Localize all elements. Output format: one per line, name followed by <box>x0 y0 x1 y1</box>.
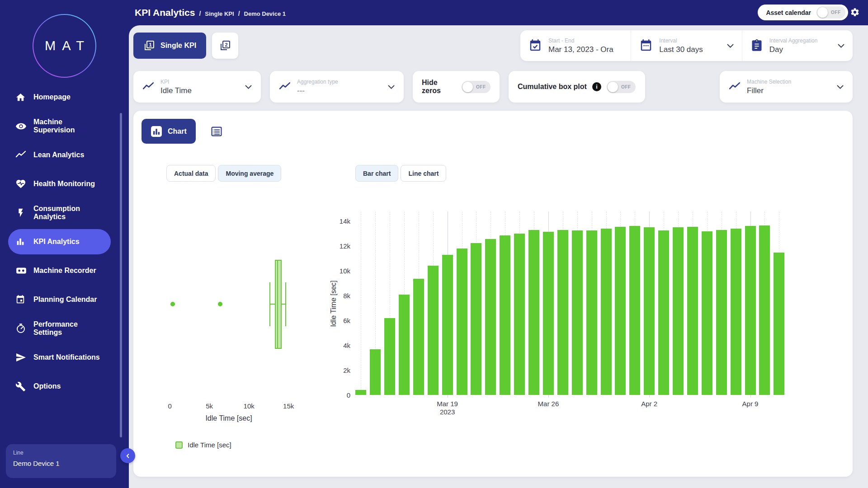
chart-icon <box>151 126 162 137</box>
sidebar-item-consumption-analytics[interactable]: Consumption Analytics <box>8 200 111 225</box>
toggle-state-label: OFF <box>621 84 631 89</box>
hide-zeros-card: Hide zeros OFF <box>413 71 500 103</box>
selected-line-card[interactable]: Line Demo Device 1 <box>6 444 116 478</box>
bar[interactable] <box>745 226 756 395</box>
bar-chart-chip[interactable]: Bar chart <box>355 165 398 182</box>
line-chart-chip[interactable]: Line chart <box>401 165 446 182</box>
sidebar-item-smart-notifications[interactable]: Smart Notifications <box>8 345 111 370</box>
stack-1-icon: 1 <box>143 40 155 52</box>
x-axis-tick-label: Apr 9 <box>742 400 759 408</box>
cumulative-box-plot-toggle[interactable]: OFF <box>607 81 636 93</box>
breadcrumb-single-kpi[interactable]: Single KPI <box>205 10 234 17</box>
bar[interactable] <box>658 230 669 395</box>
toggle-knob <box>462 82 473 92</box>
bar[interactable] <box>687 227 698 395</box>
mode-row: 1 Single KPI 2 Start - End Mar 13, 2023 … <box>133 30 853 61</box>
sidebar-item-lean-analytics[interactable]: Lean Analytics <box>8 142 111 168</box>
interval-aggregation-label: Interval Aggregation <box>769 38 831 44</box>
sidebar-item-machine-supervision[interactable]: Machine Supervision <box>8 113 111 139</box>
x-axis-year-label: 2023 <box>440 408 455 416</box>
kpi-select[interactable]: KPI Idle Time <box>133 71 261 103</box>
bar[interactable] <box>413 279 424 395</box>
machine-selection-select[interactable]: Machine Selection Filler <box>720 71 853 103</box>
chart-panel: Chart Actual data Moving average Bar cha… <box>133 111 853 477</box>
start-end-field[interactable]: Start - End Mar 13, 2023 - Ora <box>520 30 631 61</box>
bar[interactable] <box>673 227 684 395</box>
hide-zeros-label: Hide zeros <box>422 79 456 95</box>
breadcrumb-device[interactable]: Demo Device 1 <box>244 10 286 17</box>
boxplot-box[interactable] <box>275 260 281 349</box>
main-content: 1 Single KPI 2 Start - End Mar 13, 2023 … <box>129 25 868 488</box>
info-icon[interactable]: i <box>592 82 601 91</box>
table-view-button[interactable] <box>210 125 223 138</box>
bar[interactable] <box>514 234 525 395</box>
boxplot-outlier-point[interactable] <box>218 302 222 306</box>
bar[interactable] <box>702 231 712 395</box>
y-axis-tick-label: 14k <box>314 217 350 225</box>
recorder-icon <box>15 265 33 277</box>
asset-calendar-toggle-pill[interactable]: Asset calendar OFF <box>758 5 848 20</box>
multi-kpi-button[interactable]: 2 <box>212 33 238 59</box>
bar[interactable] <box>716 230 727 395</box>
hide-zeros-toggle[interactable]: OFF <box>462 81 491 93</box>
home-icon <box>15 92 33 103</box>
sidebar-item-kpi-analytics[interactable]: KPI Analytics <box>8 229 111 254</box>
sidebar-collapse-button[interactable] <box>120 448 135 463</box>
interval-select[interactable]: Interval Last 30 days <box>631 30 741 61</box>
bar[interactable] <box>557 230 568 395</box>
chevron-left-icon <box>125 453 131 459</box>
chart-legend[interactable]: Idle Time [sec] <box>175 441 231 449</box>
moving-average-chip[interactable]: Moving average <box>218 165 281 182</box>
chart-tab-button[interactable]: Chart <box>142 119 196 144</box>
bar[interactable] <box>615 227 626 395</box>
sidebar-item-machine-recorder[interactable]: Machine Recorder <box>8 258 111 283</box>
breadcrumb-separator: / <box>238 10 240 17</box>
chart-tab-label: Chart <box>168 127 187 136</box>
stack-2-icon: 2 <box>219 40 231 52</box>
sidebar-item-performance-settings[interactable]: Performance Settings <box>8 316 111 341</box>
bar[interactable] <box>355 390 366 395</box>
y-axis-tick-label: 4k <box>314 342 350 349</box>
sidebar-scrollbar[interactable] <box>120 113 122 437</box>
sidebar-item-homepage[interactable]: Homepage <box>8 84 111 110</box>
breadcrumb: KPI Analytics / Single KPI / Demo Device… <box>129 7 286 18</box>
boxplot-x-tick-label: 10k <box>244 402 255 410</box>
bar[interactable] <box>572 230 583 395</box>
bar[interactable] <box>442 255 453 395</box>
boxplot-median <box>277 261 278 348</box>
bar[interactable] <box>644 227 655 395</box>
bar[interactable] <box>500 235 510 395</box>
table-icon <box>210 125 223 138</box>
bar[interactable] <box>428 266 439 395</box>
boxplot-outlier-point[interactable] <box>170 302 175 306</box>
single-kpi-button[interactable]: 1 Single KPI <box>133 33 206 59</box>
chevron-down-icon <box>727 44 734 48</box>
aggregation-type-select[interactable]: Aggregation type --- <box>270 71 404 103</box>
sidebar-item-health-monitoring[interactable]: Health Monitoring <box>8 171 111 197</box>
bar[interactable] <box>601 229 612 395</box>
bar[interactable] <box>399 295 410 395</box>
bar[interactable] <box>731 229 741 395</box>
sidebar-item-options[interactable]: Options <box>8 374 111 399</box>
bar[interactable] <box>471 243 481 395</box>
bar[interactable] <box>384 318 395 395</box>
interval-aggregation-select[interactable]: Interval Aggregation Day <box>742 30 853 61</box>
chevron-down-icon <box>837 85 844 89</box>
bar[interactable] <box>774 253 784 395</box>
bar[interactable] <box>457 249 467 395</box>
bar[interactable] <box>543 232 554 395</box>
heart-icon <box>15 178 33 189</box>
asset-calendar-toggle[interactable]: OFF <box>816 6 845 19</box>
actual-data-chip[interactable]: Actual data <box>166 165 216 182</box>
sidebar-item-planning-calendar[interactable]: Planning Calendar <box>8 287 111 312</box>
y-axis-tick-label: 10k <box>314 267 350 275</box>
bar[interactable] <box>586 230 597 395</box>
bar[interactable] <box>759 225 770 395</box>
bar[interactable] <box>629 226 640 395</box>
bar[interactable] <box>370 349 381 395</box>
kpi-label: KPI <box>160 79 239 85</box>
settings-gear-icon[interactable] <box>850 7 860 17</box>
trend-icon <box>142 81 154 93</box>
bar[interactable] <box>528 230 539 395</box>
bar[interactable] <box>485 239 496 395</box>
